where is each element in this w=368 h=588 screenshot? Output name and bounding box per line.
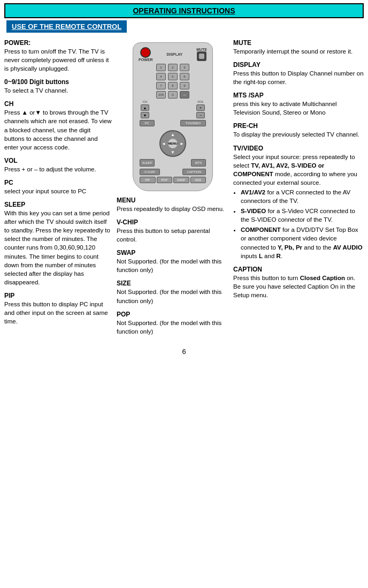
prech-section: PRE-CH To display the previously selecte… <box>233 122 364 139</box>
btn-8[interactable]: 8 <box>168 82 178 89</box>
pc-body: select your input source to PC <box>4 187 112 195</box>
power-label: POWER <box>139 58 152 62</box>
prech-section-title: PRE-CH <box>233 122 364 130</box>
btn-1[interactable]: 1 <box>156 64 166 71</box>
vol-down-btn[interactable]: − <box>196 112 205 118</box>
center-column: POWER DISPLAY MUTE 1 2 <box>117 39 229 341</box>
mute-button[interactable] <box>197 51 206 61</box>
ch-section: CH Press ▲ or▼ to brows through the TV c… <box>4 100 112 151</box>
size-section: SIZE Not Supported. (for the model with … <box>117 280 229 305</box>
power-section: POWER: Press to turn on/off the TV. The … <box>4 39 112 73</box>
mts-section-body: press this key to activate Multichannel … <box>233 100 364 117</box>
sleep-body: With this key you can set a time period … <box>4 209 112 287</box>
ch-down-btn[interactable]: ▼ <box>141 112 149 118</box>
vol-section: VOL Press + or – to adjust the volume. <box>4 157 112 174</box>
vol-body: Press + or – to adjust the volume. <box>4 165 112 174</box>
swap-button[interactable]: SWAP <box>173 177 189 183</box>
vol-label: VOL <box>197 100 204 103</box>
menu-section-body: Press repeatedly to display OSD menu. <box>117 205 229 213</box>
caption-section-title: CAPTION <box>233 266 364 273</box>
pop-section-title: POP <box>117 311 229 318</box>
vchip-button[interactable]: V-CHIP <box>140 169 160 175</box>
power-title: POWER: <box>4 39 112 47</box>
power-button[interactable] <box>140 47 151 58</box>
header-title: OPERATING INSTRUCTIONS <box>133 6 235 15</box>
digit-section: 0~9/100 Digit buttons To select a TV cha… <box>4 78 112 95</box>
mts-section-title: MTS /SAP <box>233 92 364 99</box>
display-label: DISPLAY <box>166 52 182 56</box>
display-section-title: DISPLAY <box>233 61 364 69</box>
pc-button[interactable]: PC <box>140 120 155 126</box>
section-header-bar: USE OF THE REMOTE CONTROL <box>0 20 368 37</box>
btn-9[interactable]: 9 <box>180 82 189 89</box>
btn-100[interactable]: 100 <box>156 91 166 99</box>
mute-section-body: Temporarily interrupt the sound or resto… <box>233 47 364 56</box>
tvvideo-section-body: Select your input source: press repeated… <box>233 153 364 260</box>
ch-label: CH <box>143 100 148 103</box>
menu-button[interactable]: MENU <box>168 139 178 148</box>
mute-label: MUTE <box>196 48 207 51</box>
below-remote: MENU Press repeatedly to display OSD men… <box>117 197 229 341</box>
digit-body: To select a TV channel. <box>4 86 112 95</box>
vol-up-btn[interactable]: + <box>196 104 205 111</box>
size-section-title: SIZE <box>117 280 229 287</box>
pop-section: POP Not Supported. (for the model with t… <box>117 311 229 336</box>
mts-button[interactable]: MTS <box>191 159 206 167</box>
swap-section: SWAP Not Supported. (for the model with … <box>117 249 229 274</box>
right-column: MUTE Temporarily interrupt the sound or … <box>229 39 364 341</box>
display-section: DISPLAY Press this button to Display Cha… <box>233 61 364 86</box>
btn-dash[interactable]: — <box>180 91 189 99</box>
pop-section-body: Not Supported. (for the model with this … <box>117 319 229 336</box>
page-number: 6 <box>0 343 368 360</box>
pip-button[interactable]: PIP <box>140 177 156 183</box>
display-section-body: Press this button to Display Channel num… <box>233 69 364 86</box>
nav-circle: ▲ ▼ ◄ ► MENU <box>159 130 186 157</box>
tv-video-button[interactable]: TV/VIDEO <box>180 120 206 126</box>
pop-button[interactable]: POP <box>157 177 173 183</box>
caption-section-body: Press this button to turn Closed Caption… <box>233 274 364 299</box>
btn-7[interactable]: 7 <box>156 82 166 89</box>
vol-title: VOL <box>4 157 112 164</box>
btn-6[interactable]: 6 <box>180 73 189 80</box>
caption-button[interactable]: CAPTION <box>182 169 206 175</box>
tvvideo-section: TV/VIDEO Select your input source: press… <box>233 145 364 260</box>
mute-section-title: MUTE <box>233 39 364 47</box>
swap-section-title: SWAP <box>117 249 229 257</box>
vchip-section-body: Press this button to setup parental cont… <box>117 227 229 244</box>
menu-label: MENU <box>168 142 178 145</box>
nav-down-icon[interactable]: ▼ <box>171 150 175 155</box>
remote-body: POWER DISPLAY MUTE 1 2 <box>133 42 213 191</box>
page-header: OPERATING INSTRUCTIONS <box>4 3 364 18</box>
size-button[interactable]: SIZE <box>190 177 206 183</box>
sleep-button[interactable]: SLEEP <box>140 159 155 167</box>
btn-2[interactable]: 2 <box>168 64 178 71</box>
ch-title: CH <box>4 100 112 108</box>
btn-0[interactable]: 0 <box>168 91 178 99</box>
digit-title: 0~9/100 Digit buttons <box>4 78 112 86</box>
prech-section-body: To display the previously selected TV ch… <box>233 130 364 139</box>
remote-illustration: POWER DISPLAY MUTE 1 2 <box>133 42 213 191</box>
btn-3[interactable]: 3 <box>180 64 189 71</box>
vchip-section-title: V-CHIP <box>117 218 229 226</box>
sleep-title: SLEEP <box>4 201 112 208</box>
nav-right-icon[interactable]: ► <box>180 141 184 146</box>
vchip-section: V-CHIP Press this button to setup parent… <box>117 218 229 244</box>
mts-section: MTS /SAP press this key to activate Mult… <box>233 92 364 117</box>
pip-body: Press this button to display PC input an… <box>4 300 112 326</box>
tvvideo-section-title: TV/VIDEO <box>233 145 364 152</box>
power-body: Press to turn on/off the TV. The TV is n… <box>4 47 112 73</box>
pip-section: PIP Press this button to display PC inpu… <box>4 292 112 326</box>
nav-up-icon[interactable]: ▲ <box>171 132 175 137</box>
ch-up-btn[interactable]: ▲ <box>141 104 149 111</box>
menu-section-title: MENU <box>117 197 229 204</box>
sleep-section: SLEEP With this key you can set a time p… <box>4 201 112 287</box>
mute-section: MUTE Temporarily interrupt the sound or … <box>233 39 364 56</box>
nav-left-icon[interactable]: ◄ <box>162 141 166 146</box>
btn-4[interactable]: 4 <box>156 73 166 80</box>
section-subtitle: USE OF THE REMOTE CONTROL <box>6 20 127 33</box>
pc-title: PC <box>4 179 112 186</box>
btn-5[interactable]: 5 <box>168 73 178 80</box>
caption-section: CAPTION Press this button to turn Closed… <box>233 266 364 299</box>
swap-section-body: Not Supported. (for the model with this … <box>117 257 229 274</box>
pc-section: PC select your input source to PC <box>4 179 112 195</box>
